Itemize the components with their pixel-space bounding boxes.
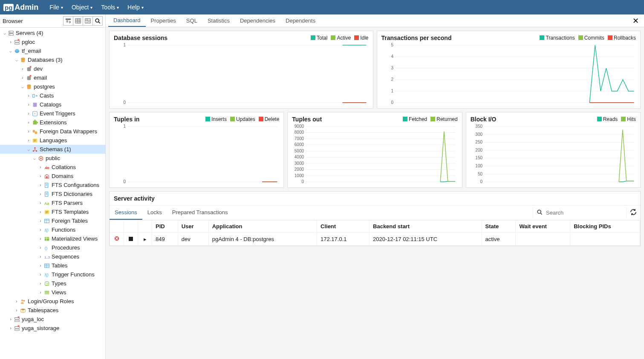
- toolbar-query-tool-button[interactable]: [63, 16, 73, 26]
- tab-dependents[interactable]: Dependents: [280, 15, 321, 26]
- collapse-icon[interactable]: ⌵: [2, 31, 8, 35]
- tree-node-tf_email[interactable]: ⌵tf_email: [0, 46, 105, 55]
- expand-icon[interactable]: ›: [38, 201, 43, 205]
- tree-node-sequences[interactable]: ›1..3Sequences: [0, 252, 105, 261]
- expand-icon[interactable]: ›: [8, 317, 14, 322]
- cancel-button[interactable]: [127, 236, 134, 242]
- expand-icon[interactable]: ›: [38, 174, 43, 178]
- expand-icon[interactable]: ›: [38, 218, 43, 223]
- menu-help[interactable]: Help▾: [123, 4, 148, 11]
- tree-node-catalogs[interactable]: ›Catalogs: [0, 100, 105, 109]
- column-header[interactable]: Wait event: [516, 221, 570, 233]
- expand-icon[interactable]: ›: [38, 236, 43, 241]
- expand-icon[interactable]: ›: [38, 272, 43, 277]
- collapse-icon[interactable]: ⌵: [32, 156, 38, 161]
- table-row[interactable]: ▸ 849 dev pgAdmin 4 - DB:postgres 172.17…: [110, 233, 640, 246]
- expand-icon[interactable]: ›: [38, 183, 43, 187]
- tree-node-public[interactable]: ⌵public: [0, 154, 105, 163]
- expand-icon[interactable]: ›: [38, 290, 43, 295]
- activity-search-input[interactable]: [546, 210, 623, 216]
- expand-icon[interactable]: ›: [38, 192, 43, 196]
- expand-icon[interactable]: ›: [26, 102, 32, 107]
- tree-node-tables[interactable]: ›Tables: [0, 261, 105, 270]
- toolbar-filter-button[interactable]: [83, 16, 93, 26]
- expand-icon[interactable]: ›: [38, 165, 43, 169]
- expand-icon[interactable]: ›: [26, 129, 32, 134]
- menu-tools[interactable]: Tools▾: [97, 4, 123, 11]
- tree-node-fts_parsers[interactable]: ›AaFTS Parsers: [0, 198, 105, 207]
- collapse-icon[interactable]: ⌵: [14, 57, 20, 62]
- object-tree[interactable]: ⌵Servers (4)›pgloc⌵tf_email⌵Databases (3…: [0, 28, 105, 359]
- collapse-icon[interactable]: ⌵: [26, 147, 32, 152]
- expand-icon[interactable]: ›: [26, 138, 32, 143]
- expand-icon[interactable]: ›: [38, 245, 43, 250]
- tree-node-yuga_sistorage[interactable]: ›yuga_sistorage: [0, 324, 105, 333]
- tree-node-login_roles[interactable]: ›Login/Group Roles: [0, 297, 105, 306]
- tree-node-servers[interactable]: ⌵Servers (4): [0, 29, 105, 37]
- activity-tab-prepared[interactable]: Prepared Transactions: [167, 206, 233, 220]
- tab-sql[interactable]: SQL: [181, 15, 202, 26]
- expand-icon[interactable]: ›: [14, 299, 20, 304]
- tree-node-databases[interactable]: ⌵Databases (3): [0, 55, 105, 64]
- tree-node-procedures[interactable]: ›()Procedures: [0, 243, 105, 252]
- close-panel-button[interactable]: ✕: [630, 16, 641, 26]
- expand-icon[interactable]: ›: [8, 40, 14, 44]
- menu-file[interactable]: File▾: [45, 4, 67, 11]
- expand-icon[interactable]: ›: [26, 120, 32, 125]
- tree-node-pgloc[interactable]: ›pgloc: [0, 37, 105, 46]
- expand-icon[interactable]: ›: [20, 66, 26, 71]
- tab-dependencies[interactable]: Dependencies: [235, 15, 280, 26]
- tree-node-postgres[interactable]: ⌵postgres: [0, 82, 105, 91]
- collapse-icon[interactable]: ⌵: [8, 49, 14, 53]
- expand-icon[interactable]: ›: [20, 75, 26, 80]
- expand-icon[interactable]: ›: [8, 326, 14, 330]
- tab-statistics[interactable]: Statistics: [202, 15, 235, 26]
- tree-node-extensions[interactable]: ›Extensions: [0, 118, 105, 127]
- tree-node-casts[interactable]: ›Casts: [0, 91, 105, 100]
- column-header[interactable]: Application: [208, 221, 317, 233]
- activity-tab-locks[interactable]: Locks: [142, 206, 167, 220]
- expand-icon[interactable]: ›: [38, 281, 43, 286]
- refresh-button[interactable]: [626, 207, 640, 218]
- tree-node-email[interactable]: ›email: [0, 73, 105, 82]
- expand-icon[interactable]: ›: [38, 263, 43, 268]
- tree-node-mat_views[interactable]: ›Materialized Views: [0, 234, 105, 243]
- collapse-icon[interactable]: ⌵: [20, 84, 26, 89]
- expand-icon[interactable]: ›: [26, 111, 32, 116]
- column-header[interactable]: Blocking PIDs: [570, 221, 640, 233]
- column-header[interactable]: Backend start: [370, 221, 482, 233]
- column-header[interactable]: PID: [152, 221, 178, 233]
- tab-dashboard[interactable]: Dashboard: [108, 14, 146, 27]
- tree-node-fts_dict[interactable]: ›FTS Dictionaries: [0, 190, 105, 198]
- tree-node-schemas[interactable]: ⌵Schemas (1): [0, 145, 105, 154]
- toolbar-search-button[interactable]: [92, 16, 103, 26]
- tree-node-tablespaces[interactable]: ›Tablespaces: [0, 306, 105, 315]
- tree-node-fts_templates[interactable]: ›FTS Templates: [0, 207, 105, 216]
- tree-node-foreign_tables[interactable]: ›Foreign Tables: [0, 216, 105, 225]
- expand-icon[interactable]: ›: [14, 308, 20, 313]
- tree-node-trigger_funcs[interactable]: ›f()Trigger Functions: [0, 270, 105, 279]
- tree-node-collations[interactable]: ›ABCollations: [0, 163, 105, 172]
- tree-node-domains[interactable]: ›Domains: [0, 172, 105, 181]
- column-header[interactable]: Client: [317, 221, 370, 233]
- tree-node-fts_conf[interactable]: ›FTS Configurations: [0, 181, 105, 190]
- tree-node-fdw[interactable]: ›Foreign Data Wrappers: [0, 127, 105, 136]
- tree-node-yuga_loc[interactable]: ›yuga_loc: [0, 315, 105, 324]
- activity-tab-sessions[interactable]: Sessions: [110, 206, 142, 220]
- expand-icon[interactable]: ›: [38, 227, 43, 232]
- expand-icon[interactable]: ›: [26, 93, 32, 98]
- column-header[interactable]: State: [482, 221, 516, 233]
- tree-node-event_triggers[interactable]: ›Event Triggers: [0, 109, 105, 118]
- expand-icon[interactable]: ›: [38, 254, 43, 259]
- expand-row-button[interactable]: ▸: [142, 236, 148, 242]
- tree-node-languages[interactable]: ›Languages: [0, 136, 105, 145]
- column-header[interactable]: User: [178, 221, 208, 233]
- tree-node-dev[interactable]: ›dev: [0, 64, 105, 73]
- terminate-button[interactable]: [113, 235, 120, 242]
- toolbar-view-data-button[interactable]: [73, 16, 83, 26]
- menu-object[interactable]: Object▾: [67, 4, 97, 11]
- tree-node-views[interactable]: ›Views: [0, 288, 105, 297]
- expand-icon[interactable]: ›: [38, 210, 43, 214]
- tab-properties[interactable]: Properties: [146, 15, 181, 26]
- tree-node-types[interactable]: ›TTypes: [0, 279, 105, 288]
